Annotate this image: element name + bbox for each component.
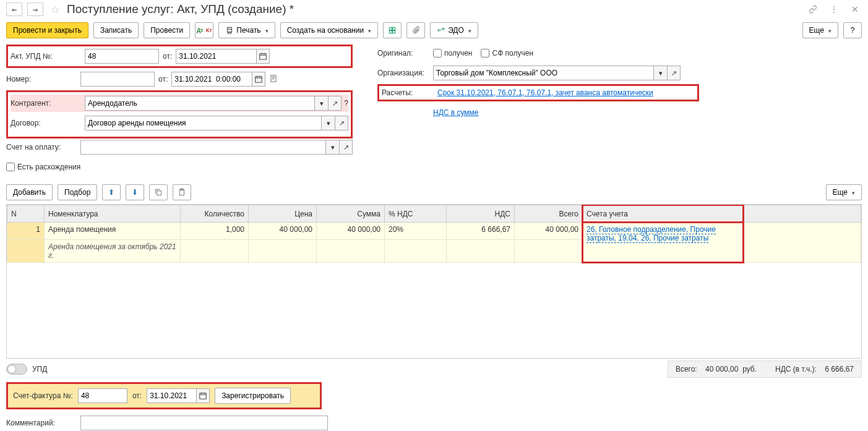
org-label: Организация: — [377, 69, 433, 77]
report-icon-button[interactable] — [383, 22, 402, 38]
favorite-icon[interactable] — [48, 2, 62, 16]
received-checkbox[interactable]: получен — [433, 49, 472, 58]
raschety-label: Расчеты: — [382, 88, 437, 97]
contragent-input[interactable] — [85, 96, 314, 111]
original-label: Оригинал: — [377, 49, 433, 58]
save-button[interactable]: Записать — [93, 22, 139, 38]
dogovor-input[interactable] — [85, 116, 321, 130]
close-icon[interactable]: ✕ — [848, 2, 862, 16]
post-button[interactable]: Провести — [144, 22, 190, 38]
nds-link[interactable]: НДС в сумме — [433, 108, 479, 117]
contragent-help[interactable]: ? — [344, 99, 348, 108]
upd-label: УПД — [32, 365, 47, 373]
nav-fwd[interactable]: → — [27, 2, 43, 16]
discrepancy-checkbox[interactable]: Есть расхождения — [6, 163, 80, 171]
sf-date-input[interactable] — [147, 388, 196, 403]
paste-button[interactable] — [173, 184, 191, 200]
calendar-icon[interactable] — [252, 72, 265, 87]
page-title: Поступление услуг: Акт, УПД (создание) * — [67, 2, 294, 16]
paperclip-icon — [411, 26, 420, 35]
svg-rect-8 — [157, 191, 161, 195]
open-icon[interactable]: ↗ — [339, 140, 353, 155]
sf-received-checkbox[interactable]: СФ получен — [481, 49, 533, 58]
calendar-icon[interactable] — [196, 388, 210, 403]
pick-button[interactable]: Подбор — [58, 184, 97, 200]
accounts-link[interactable]: 26, Головное подразделение, Прочие затра… — [587, 225, 716, 243]
table-row[interactable]: 1 Аренда помещения 1,000 40 000,00 40 00… — [7, 223, 861, 240]
table-header: N Номенклатура Количество Цена Сумма % Н… — [7, 205, 861, 223]
post-close-button[interactable]: Провести и закрыть — [6, 22, 88, 38]
move-down-button[interactable]: ⬇ — [126, 184, 144, 200]
nav-back[interactable]: ← — [6, 2, 22, 16]
dropdown-icon[interactable]: ▾ — [321, 116, 335, 130]
paste-icon — [178, 188, 186, 197]
org-input[interactable] — [433, 66, 653, 80]
akt-no-input[interactable] — [85, 49, 159, 64]
grid-icon — [388, 26, 397, 35]
table-more-button[interactable]: Еще — [826, 184, 862, 200]
attach-button[interactable] — [406, 22, 425, 38]
akt-date-input[interactable] — [176, 49, 256, 64]
register-sf-button[interactable]: Зарегистрировать — [215, 388, 291, 404]
more-vert-icon[interactable]: ⋮ — [827, 2, 841, 16]
totals-bar: Всего: 40 000,00 руб. НДС (в т.ч.): 6 66… — [668, 361, 862, 378]
contragent-label: Контрагент: — [11, 99, 85, 108]
svg-rect-3 — [389, 31, 392, 33]
calendar-icon[interactable] — [256, 49, 270, 64]
open-icon[interactable]: ↗ — [328, 96, 342, 111]
dogovor-label: Договор: — [11, 119, 85, 127]
print-button[interactable]: Печать — [218, 22, 275, 38]
comment-label: Комментарий: — [6, 419, 80, 427]
move-up-button[interactable]: ⬆ — [102, 184, 121, 200]
open-icon[interactable]: ↗ — [335, 116, 348, 130]
raschety-link[interactable]: Срок 31.10.2021, 76.07.1, 76.07.1, зачет… — [437, 88, 653, 97]
comment-input[interactable] — [80, 416, 328, 430]
edo-button[interactable]: ЭДО — [430, 22, 478, 38]
link-icon[interactable] — [806, 2, 820, 16]
dropdown-icon[interactable]: ▾ — [325, 140, 339, 155]
copy-button[interactable] — [149, 184, 168, 200]
exchange-icon — [437, 26, 445, 35]
schet-input[interactable] — [80, 140, 325, 155]
sf-label: Счет-фактура №: — [13, 391, 73, 400]
open-icon[interactable]: ↗ — [667, 66, 681, 80]
svg-rect-1 — [389, 27, 392, 30]
svg-rect-4 — [393, 31, 395, 33]
svg-rect-11 — [200, 393, 207, 399]
dropdown-icon[interactable]: ▾ — [314, 96, 328, 111]
svg-rect-2 — [393, 27, 395, 30]
svg-rect-6 — [256, 77, 262, 82]
dropdown-icon[interactable]: ▾ — [653, 66, 667, 80]
akt-label: Акт, УПД №: — [11, 52, 85, 61]
nomer-label: Номер: — [6, 75, 80, 83]
upd-toggle[interactable] — [6, 364, 27, 375]
create-based-button[interactable]: Создать на основании — [280, 22, 379, 38]
copy-icon — [154, 188, 163, 197]
svg-rect-0 — [228, 29, 232, 32]
dtkt-button[interactable]: ДтКт — [195, 22, 213, 38]
schet-label: Счет на оплату: — [6, 143, 80, 151]
items-table[interactable]: N Номенклатура Количество Цена Сумма % Н… — [6, 204, 862, 359]
sf-no-input[interactable] — [78, 388, 127, 403]
printer-icon — [225, 26, 234, 35]
add-row-button[interactable]: Добавить — [6, 184, 53, 200]
doc-icon[interactable] — [269, 74, 278, 85]
help-button[interactable]: ? — [843, 22, 862, 38]
more-button[interactable]: Еще — [802, 22, 838, 38]
nomer-date-input[interactable] — [171, 72, 252, 87]
nomer-input[interactable] — [80, 72, 155, 87]
svg-rect-5 — [260, 54, 267, 59]
